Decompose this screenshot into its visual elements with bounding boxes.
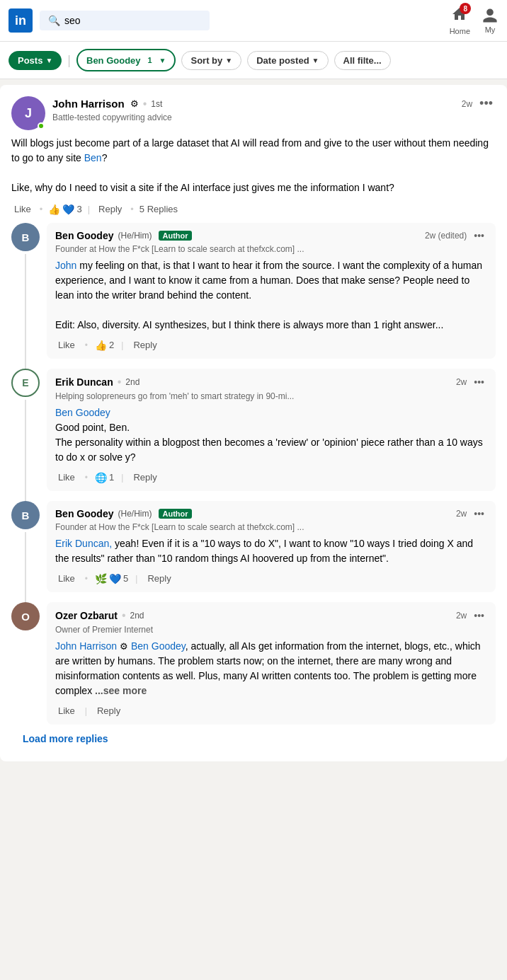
comment-reaction-emoji-2: 🌐: [95, 472, 107, 483]
like-btn[interactable]: Like: [11, 202, 34, 216]
comment-reply-btn-2[interactable]: Reply: [130, 471, 159, 484]
comment-meta-1: Like • 👍 2 | Reply: [55, 338, 487, 352]
comment-reactions-3: 🌿 💙 5: [95, 573, 128, 584]
comment-like-btn-4[interactable]: Like: [55, 704, 78, 717]
comment-reply-btn-1[interactable]: Reply: [130, 338, 159, 352]
home-nav-item[interactable]: 8 Home: [450, 6, 470, 35]
meta-divider-4: |: [85, 706, 87, 716]
comment-reaction-count-2: 1: [109, 472, 114, 483]
date-posted-filter-btn[interactable]: Date posted ▼: [247, 51, 328, 70]
comment-more-btn-2[interactable]: •••: [471, 376, 487, 388]
post-body: Will blogs just become part of a large d…: [11, 136, 496, 195]
author-badge-1: Author: [159, 231, 191, 241]
comment-like-btn-1[interactable]: Like: [55, 338, 78, 352]
comment-time-3: 2w: [456, 509, 467, 519]
sort-by-label: Sort by: [190, 55, 222, 66]
avatar-erik: E: [11, 369, 40, 397]
ben-goodey-badge: 1: [144, 54, 156, 67]
comment-item: B Ben Goodey (He/Him) Author 2w (edited)…: [11, 223, 496, 359]
comment-more-btn-3[interactable]: •••: [471, 508, 487, 519]
avatar-ben-2: B: [11, 501, 40, 529]
comment-body-2: Ben Goodey Good point, Ben. The personal…: [55, 405, 487, 465]
nav-right: 8 Home My: [450, 6, 499, 35]
reaction-emoji-2: 💙: [62, 204, 74, 215]
comment-reaction-count-1: 2: [109, 340, 114, 350]
pronouns-3: (He/Him): [118, 509, 152, 519]
comment-like-btn-3[interactable]: Like: [55, 572, 78, 585]
posts-chevron: ▼: [45, 57, 52, 64]
ben-goodey-filter-btn[interactable]: Ben Goodey 1 ▼: [76, 49, 176, 71]
comment-reaction-emoji-3a: 🌿: [95, 573, 107, 584]
notification-badge: 8: [460, 3, 471, 14]
comment-reaction-count-3: 5: [123, 573, 128, 584]
comment-content-4: Ozer Ozbarut • 2nd 2w ••• Owner of Premi…: [47, 602, 496, 725]
filter-divider: |: [67, 53, 71, 68]
comment-header-1: Ben Goodey (He/Him) Author 2w (edited) •…: [55, 230, 487, 241]
mention-ben-goodey-2[interactable]: Ben Goodey: [55, 407, 110, 418]
author-badge-3: Author: [159, 509, 191, 519]
avatar-ben-1: B: [11, 223, 40, 251]
reaction-count: 3: [76, 204, 81, 214]
my-label: My: [485, 25, 496, 34]
more-options-btn[interactable]: •••: [477, 96, 496, 111]
all-filters-btn[interactable]: All filte...: [334, 51, 391, 70]
post-name-row: John Harrison ⚙ • 1st 2w •••: [52, 96, 496, 111]
posts-label: Posts: [18, 55, 42, 66]
reaction-emoji-1: 👍: [48, 204, 60, 215]
post-body-text2: ?: [102, 152, 108, 163]
poster-tagline: Battle-tested copywriting advice: [52, 113, 496, 122]
post-card: J John Harrison ⚙ • 1st 2w ••• Battle-te…: [0, 85, 507, 761]
action-divider: |: [88, 204, 90, 214]
poster-name[interactable]: John Harrison: [52, 98, 125, 110]
comment-meta-4: Like | Reply: [55, 704, 487, 717]
search-input[interactable]: [64, 15, 201, 26]
search-icon: 🔍: [48, 15, 60, 26]
comment-meta-2: Like • 🌐 1 | Reply: [55, 471, 487, 484]
time-stamp: 2w: [462, 99, 472, 109]
comment-time-4: 2w: [456, 611, 467, 621]
comment-reaction-emoji-3b: 💙: [109, 573, 121, 584]
commenter-name-4[interactable]: Ozer Ozbarut: [55, 610, 118, 621]
commenter-name-2[interactable]: Erik Duncan: [55, 376, 113, 388]
sort-by-filter-btn[interactable]: Sort by ▼: [181, 51, 241, 70]
comment-header-2: Erik Duncan • 2nd 2w •••: [55, 376, 487, 388]
dot-sep: •: [143, 98, 147, 110]
comment-more-btn-4[interactable]: •••: [471, 610, 487, 621]
see-more-link[interactable]: ...see more: [95, 685, 147, 696]
comment-content-1: Ben Goodey (He/Him) Author 2w (edited) •…: [47, 223, 496, 359]
comment-body-1: John my feeling on that, is that I want …: [55, 258, 487, 333]
comment-reply-btn-4[interactable]: Reply: [94, 704, 123, 717]
comment-thread: B Ben Goodey (He/Him) Author 2w (edited)…: [11, 223, 496, 725]
replies-link[interactable]: 5 Replies: [139, 204, 178, 214]
mention-john-harrison-4[interactable]: John Harrison: [55, 640, 117, 652]
load-more-replies-btn[interactable]: Load more replies: [11, 727, 120, 750]
reply-btn[interactable]: Reply: [96, 202, 125, 216]
my-nav-item[interactable]: My: [482, 7, 499, 34]
comment-reply-btn-3[interactable]: Reply: [144, 572, 173, 585]
mention-erik-duncan[interactable]: Erik Duncan,: [55, 538, 112, 549]
filter-bar: Posts ▼ | Ben Goodey 1 ▼ Sort by ▼ Date …: [0, 42, 507, 79]
search-box[interactable]: 🔍: [40, 11, 210, 30]
comment-like-btn-2[interactable]: Like: [55, 471, 78, 484]
commenter-name-3[interactable]: Ben Goodey: [55, 508, 113, 519]
comment-tagline-4: Owner of Premier Internet: [55, 625, 487, 635]
spacer: [0, 767, 507, 795]
commenter-name-1[interactable]: Ben Goodey: [55, 230, 113, 241]
posts-filter-btn[interactable]: Posts ▼: [8, 51, 62, 70]
date-posted-chevron: ▼: [312, 57, 319, 64]
linkedin-logo: in: [8, 8, 33, 33]
all-filters-label: All filte...: [343, 55, 382, 66]
mention-john[interactable]: John: [55, 260, 76, 271]
feed-area: J John Harrison ⚙ • 1st 2w ••• Battle-te…: [0, 79, 507, 801]
mention-ben-goodey-4[interactable]: Ben Goodey: [131, 640, 186, 652]
comment-more-btn-1[interactable]: •••: [471, 230, 487, 241]
date-posted-label: Date posted: [256, 55, 309, 66]
comment-content-3: Ben Goodey (He/Him) Author 2w ••• Founde…: [47, 501, 496, 592]
post-meta: John Harrison ⚙ • 1st 2w ••• Battle-test…: [52, 96, 496, 122]
ben-mention-link[interactable]: Ben: [84, 152, 102, 163]
online-dot: [38, 122, 45, 129]
comment-reactions-2: 🌐 1: [95, 472, 114, 483]
cdot-2: •: [118, 376, 122, 388]
comment-header-3: Ben Goodey (He/Him) Author 2w •••: [55, 508, 487, 519]
sort-by-chevron: ▼: [225, 57, 232, 64]
